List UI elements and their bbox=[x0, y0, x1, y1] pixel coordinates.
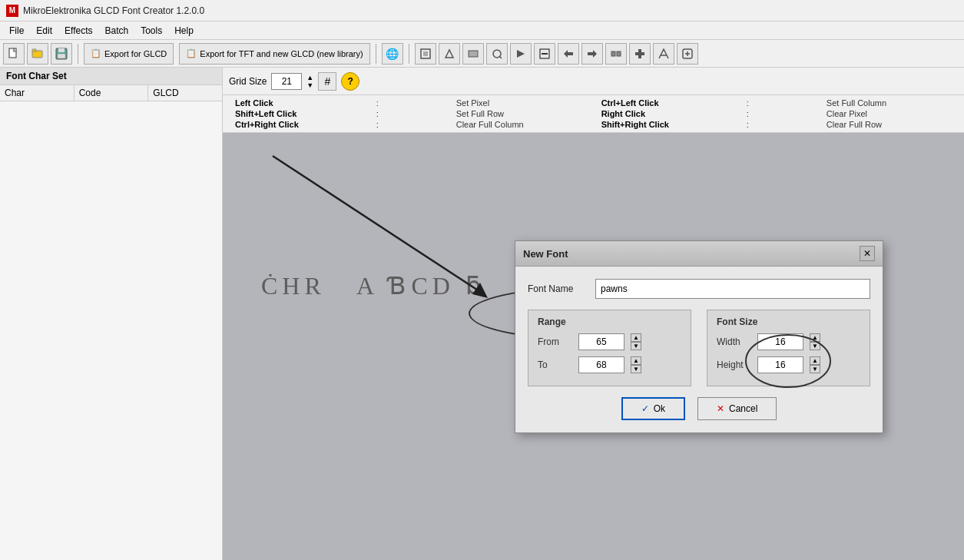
right-click-val: Clear Pixel bbox=[827, 109, 952, 118]
range-group: Range From ▲ ▼ T bbox=[528, 310, 691, 386]
tb-icon-3[interactable] bbox=[462, 43, 484, 65]
tb-icon-10[interactable] bbox=[629, 43, 651, 65]
to-up[interactable]: ▲ bbox=[631, 356, 641, 365]
height-down[interactable]: ▼ bbox=[810, 365, 820, 373]
svg-rect-12 bbox=[542, 53, 548, 55]
svg-rect-14 bbox=[617, 51, 621, 56]
ctrl-left-sep: : bbox=[747, 98, 814, 108]
tb-icon-4[interactable] bbox=[486, 43, 508, 65]
dialog-close-button[interactable]: ✕ bbox=[860, 246, 875, 261]
grid-size-input[interactable] bbox=[271, 73, 302, 90]
font-name-input[interactable] bbox=[595, 279, 870, 299]
col-code[interactable]: Code bbox=[75, 85, 149, 101]
dialog-body: Font Name Range From bbox=[515, 267, 883, 432]
font-char-header: Font Char Set bbox=[0, 68, 222, 85]
shift-right-sep: : bbox=[747, 120, 814, 129]
tb-icon-5[interactable] bbox=[510, 43, 532, 65]
from-input[interactable] bbox=[578, 333, 624, 350]
height-row: Height ▲ ▼ bbox=[717, 356, 860, 373]
grid-size-label: Grid Size bbox=[229, 76, 267, 87]
shift-left-val: Set Full Row bbox=[456, 109, 589, 118]
to-label: To bbox=[538, 360, 572, 370]
menu-bar: File Edit Effects Batch Tools Help bbox=[0, 22, 964, 40]
range-group-title: Range bbox=[538, 316, 681, 327]
tb-icon-12[interactable] bbox=[677, 43, 698, 65]
toolbar-separator-3 bbox=[409, 44, 409, 64]
grid-controls-bar: Grid Size ▲ ▼ # ? bbox=[223, 68, 964, 95]
tb-icon-1[interactable] bbox=[415, 43, 436, 65]
to-input[interactable] bbox=[578, 356, 624, 373]
dialog-two-columns: Range From ▲ ▼ T bbox=[528, 310, 870, 386]
from-up[interactable]: ▲ bbox=[631, 333, 641, 342]
svg-rect-5 bbox=[58, 54, 65, 58]
left-click-sep: : bbox=[376, 98, 444, 108]
font-size-group-title: Font Size bbox=[717, 316, 860, 327]
tb-icon-2[interactable] bbox=[439, 43, 460, 65]
width-up[interactable]: ▲ bbox=[810, 333, 820, 342]
app-title: MikroElektronika GLCD Font Creator 1.2.0… bbox=[23, 5, 204, 16]
toolbar: 📋 Export for GLCD 📋 Export for TFT and n… bbox=[0, 40, 964, 68]
grid-size-down[interactable]: ▼ bbox=[306, 81, 313, 89]
new-button[interactable] bbox=[3, 43, 25, 65]
ok-label: Ok bbox=[654, 403, 665, 414]
menu-batch[interactable]: Batch bbox=[99, 24, 135, 38]
grid-size-up[interactable]: ▲ bbox=[306, 74, 313, 81]
export-glcd-button[interactable]: 📋 Export for GLCD bbox=[84, 43, 174, 65]
globe-button[interactable]: 🌐 bbox=[382, 43, 403, 65]
menu-edit[interactable]: Edit bbox=[30, 24, 58, 38]
open-button[interactable] bbox=[27, 43, 48, 65]
left-click-key: Left Click bbox=[235, 98, 364, 108]
svg-rect-16 bbox=[635, 52, 644, 55]
svg-rect-13 bbox=[611, 51, 615, 56]
height-up[interactable]: ▲ bbox=[810, 356, 820, 365]
grid-hash-button[interactable]: # bbox=[318, 72, 336, 91]
ctrl-right-key: Ctrl+Right Click bbox=[235, 120, 364, 129]
font-list bbox=[0, 101, 222, 560]
cancel-label: Cancel bbox=[729, 403, 757, 414]
export-tft-button[interactable]: 📋 Export for TFT and new GLCD (new libra… bbox=[179, 43, 369, 65]
menu-file[interactable]: File bbox=[3, 24, 30, 38]
tb-icon-8[interactable] bbox=[581, 43, 603, 65]
ok-icon: ✓ bbox=[641, 403, 649, 414]
height-spinner: ▲ ▼ bbox=[810, 356, 820, 373]
height-label: Height bbox=[717, 360, 751, 370]
svg-line-10 bbox=[499, 56, 502, 58]
shift-left-key: Shift+Left Click bbox=[235, 109, 364, 118]
toolbar-separator-2 bbox=[376, 44, 376, 64]
to-spinner: ▲ ▼ bbox=[631, 356, 641, 373]
width-input[interactable] bbox=[757, 333, 803, 350]
col-char[interactable]: Char bbox=[0, 85, 75, 101]
font-name-label: Font Name bbox=[528, 283, 589, 294]
cancel-button[interactable]: ✕ Cancel bbox=[697, 397, 777, 420]
tb-icon-7[interactable] bbox=[558, 43, 579, 65]
tb-icon-9[interactable] bbox=[605, 43, 627, 65]
menu-effects[interactable]: Effects bbox=[58, 24, 98, 38]
ctrl-right-val: Clear Full Column bbox=[456, 120, 589, 129]
svg-rect-7 bbox=[423, 51, 428, 56]
tb-icon-6[interactable] bbox=[534, 43, 555, 65]
svg-rect-2 bbox=[32, 49, 36, 51]
main-area: Font Char Set Char Code GLCD Grid Size ▲… bbox=[0, 68, 964, 560]
font-name-row: Font Name bbox=[528, 279, 870, 299]
from-row: From ▲ ▼ bbox=[538, 333, 681, 350]
font-char-set-title: Font Char Set bbox=[6, 71, 67, 81]
canvas-area[interactable]: ĊHR A ƁCD ƃ create new from scratch New … bbox=[223, 133, 964, 560]
title-bar: M MikroElektronika GLCD Font Creator 1.2… bbox=[0, 0, 964, 22]
ok-button[interactable]: ✓ Ok bbox=[621, 397, 685, 420]
shift-right-val: Clear Full Row bbox=[827, 120, 952, 129]
height-input[interactable] bbox=[757, 356, 803, 373]
right-click-key: Right Click bbox=[601, 109, 734, 118]
to-down[interactable]: ▼ bbox=[631, 365, 641, 373]
save-button[interactable] bbox=[51, 43, 72, 65]
dialog-buttons: ✓ Ok ✕ Cancel bbox=[528, 397, 870, 420]
from-down[interactable]: ▼ bbox=[631, 342, 641, 350]
col-glcd[interactable]: GLCD bbox=[148, 85, 222, 101]
help-button[interactable]: ? bbox=[341, 72, 359, 91]
menu-help[interactable]: Help bbox=[168, 24, 200, 38]
dialog-overlay: New Font ✕ Font Name Ra bbox=[223, 133, 964, 560]
width-down[interactable]: ▼ bbox=[810, 342, 820, 350]
ctrl-left-val: Set Full Column bbox=[827, 98, 952, 108]
tb-icon-11[interactable] bbox=[653, 43, 674, 65]
menu-tools[interactable]: Tools bbox=[134, 24, 168, 38]
width-spinner: ▲ ▼ bbox=[810, 333, 820, 350]
